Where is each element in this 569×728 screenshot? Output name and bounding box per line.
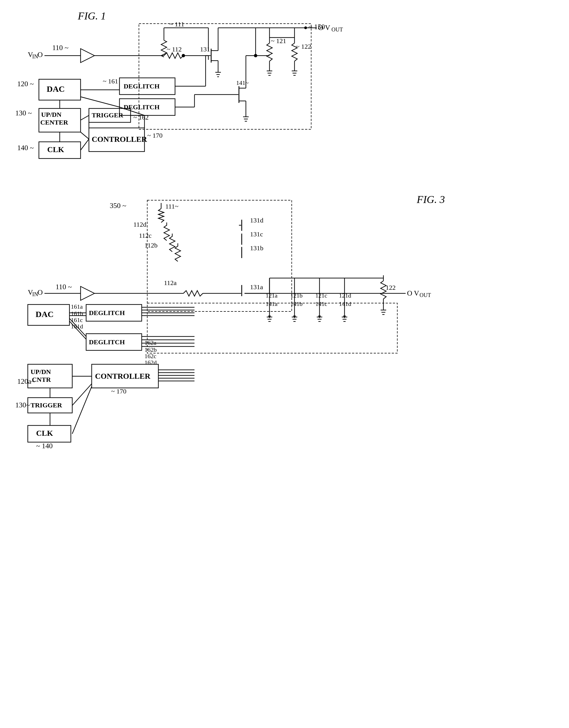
fig1-label-170: ~ 170	[147, 132, 163, 139]
fig3-clk-to-ctrl	[72, 387, 92, 434]
fig3-res112b	[175, 243, 181, 261]
fig1-controller-label: CONTROLLER	[92, 135, 147, 143]
fig1-deglitch2-label: DEGLITCH	[124, 103, 160, 111]
fig3-label-120a: 120a~	[17, 377, 35, 385]
fig3-res112c	[170, 234, 175, 252]
fig3-label-131b: 131b	[250, 244, 264, 252]
fig1-trigger-label: TRIGGER	[92, 112, 123, 119]
fig3-label-162b: 162b	[145, 346, 157, 353]
fig3-trigger-to-ctrl	[72, 384, 92, 405]
fig3-label-162c: 162c	[145, 353, 157, 360]
fig3-res111-body	[158, 209, 164, 222]
fig3-vin-sub: IN	[32, 291, 38, 297]
fig1-title: FIG. 1	[78, 10, 106, 22]
fig1-clk-to-ctrl	[81, 139, 89, 150]
fig3-label-112c: 112c	[139, 232, 152, 239]
fig3-updn-label: UP/DN	[31, 368, 51, 375]
fig1-label-120: 120 ~	[17, 80, 34, 88]
fig1-label-140: 140 ~	[17, 144, 34, 152]
fig3-label-130: 130~	[15, 401, 30, 409]
page: FIG. 1 ~ 150 110 ~ V IN O	[0, 0, 569, 728]
fig3-label-162a: 162a	[145, 339, 157, 346]
fig1-res111-body	[161, 40, 167, 57]
fig1-vout-sub: OUT	[331, 26, 343, 33]
fig1-vout-label: O V	[318, 24, 330, 32]
fig3-label-131c: 131c	[250, 231, 263, 238]
fig3-vin-circle: O	[38, 288, 43, 296]
fig3-deglitch2-label: DEGLITCH	[89, 338, 125, 346]
fig3-res112a	[183, 291, 203, 296]
fig3-res122-body	[381, 281, 386, 299]
fig3-clk-label: CLK	[36, 429, 53, 437]
diagram-container: FIG. 1 ~ 150 110 ~ V IN O	[0, 0, 569, 728]
fig3-label-111: 111~	[165, 203, 178, 210]
fig1-junction-660-200	[182, 54, 185, 57]
fig3-label-112a: 112a	[164, 279, 177, 286]
fig3-controller-label: CONTROLLER	[95, 372, 151, 380]
fig3-label-141d: 141d	[339, 300, 351, 307]
fig1-label-162: ~ 162	[133, 114, 149, 121]
fig3-label-131a: 131a	[250, 283, 263, 291]
fig1-label-112: ~ 112	[167, 46, 182, 53]
fig1-updn-to-trigger	[81, 115, 89, 120]
fig3-inner-dashed	[147, 303, 397, 353]
fig1-label-110: 110 ~	[52, 44, 69, 52]
fig1-label-111: ~ 111	[170, 21, 184, 28]
main-svg: FIG. 1 ~ 150 110 ~ V IN O	[0, 0, 569, 728]
fig3-label-121b: 121b	[290, 292, 302, 299]
fig3-label-141c: 141c	[315, 300, 327, 307]
fig3-label-112d: 112d	[133, 221, 147, 228]
fig3-dac-label: DAC	[36, 309, 54, 319]
fig3-vout-sub: OUT	[419, 292, 431, 298]
fig3-deglitch1-label: DEGLITCH	[89, 309, 125, 316]
fig1-res121-body	[267, 43, 272, 61]
fig3-label-131d: 131d	[250, 217, 264, 224]
fig3-label-162d: 162d	[145, 359, 157, 366]
fig1-label-122-tilde: ~ 122	[296, 43, 311, 50]
fig3-label-112b: 112b	[145, 242, 158, 249]
fig1-label-131: 131	[200, 46, 210, 53]
fig3-trigger-label: TRIGGER	[31, 402, 62, 409]
fig3-label-121d: 121d	[339, 292, 351, 299]
fig3-label-121c: 121c	[315, 292, 327, 299]
fig1-res112-body	[164, 53, 183, 58]
fig1-deglitch1-label: DEGLITCH	[124, 83, 160, 90]
fig1-vin-circle: O	[38, 51, 43, 59]
fig1-label-130: 130 ~	[15, 109, 32, 117]
fig1-updn-label: UP/DN	[41, 111, 62, 118]
fig3-vout-label: O V	[407, 289, 419, 297]
fig3-label-141b: 141b	[290, 300, 302, 307]
fig3-label-140: ~ 140	[36, 442, 53, 450]
fig3-res112d	[164, 222, 170, 241]
fig3-label-350: 350 ~	[110, 202, 126, 210]
fig1-dac-label: DAC	[47, 84, 65, 93]
fig1-clk-label: CLK	[47, 145, 64, 154]
fig1-label-161: ~ 161	[103, 78, 118, 85]
fig1-buffer	[81, 49, 95, 63]
fig3-buffer	[81, 286, 95, 300]
fig3-label-141a: 141a	[266, 300, 278, 307]
fig1-center-label: CENTER	[40, 119, 68, 126]
fig3-label-170: ~ 170	[111, 388, 126, 395]
fig1-vout-dot	[304, 26, 307, 29]
fig3-label-110: 110 ~	[56, 283, 72, 291]
fig1-updn-to-ctrl	[81, 132, 89, 139]
fig1-dac-to-dgl2	[81, 97, 120, 107]
fig3-title: FIG. 3	[416, 194, 445, 205]
fig3-label-122: 122	[386, 284, 396, 291]
fig1-label-141: 141~	[236, 79, 249, 86]
fig3-label-161c: 161c	[71, 316, 83, 323]
fig1-vin-sub: IN	[32, 53, 38, 60]
fig3-label-161a: 161a	[71, 303, 83, 310]
fig1-label-121: ~ 121	[271, 37, 286, 44]
